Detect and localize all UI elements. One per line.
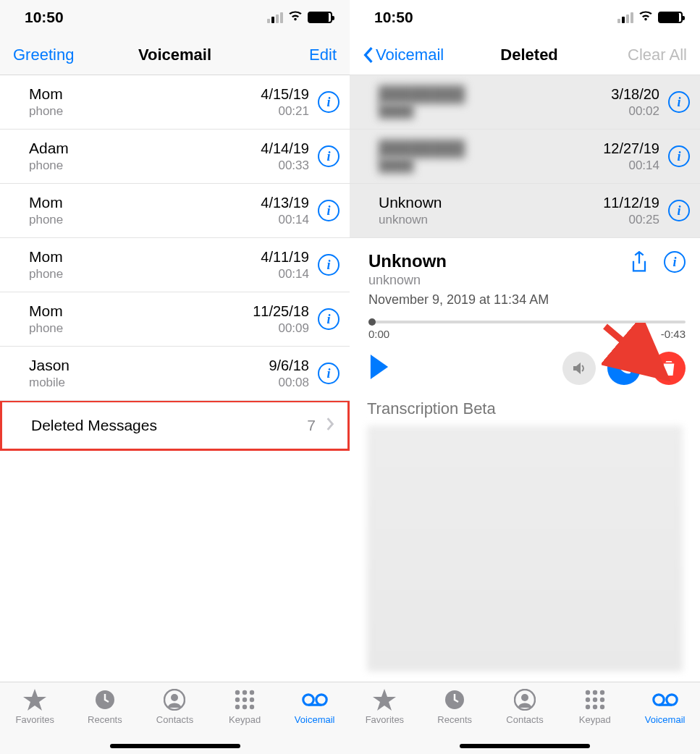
deleted-messages-row[interactable]: Deleted Messages 7	[0, 400, 350, 451]
delete-button[interactable]	[652, 352, 686, 385]
tab-label: Contacts	[506, 714, 543, 725]
battery-icon	[308, 12, 332, 23]
tab-label: Keypad	[579, 714, 611, 725]
clear-all-button[interactable]: Clear All	[615, 46, 687, 64]
svg-point-29	[666, 695, 676, 705]
nav-bar: Greeting Voicemail Edit	[0, 35, 350, 75]
playback-track[interactable]	[368, 321, 686, 323]
deleted-list: ████████ ████ 3/18/20 00:02 i ████████ █…	[350, 75, 700, 238]
info-button[interactable]: i	[318, 145, 340, 167]
player-caller-name: Unknown	[368, 251, 549, 271]
home-indicator[interactable]	[110, 744, 240, 748]
svg-point-28	[653, 695, 663, 705]
svg-point-7	[243, 698, 247, 702]
tab-voicemail[interactable]: Voicemail	[279, 688, 350, 754]
share-button[interactable]	[628, 251, 651, 274]
caller-label: phone	[29, 158, 261, 173]
voicemail-row[interactable]: Mom phone 4/11/19 00:14 i	[0, 238, 350, 292]
info-button[interactable]: i	[668, 91, 690, 113]
info-button[interactable]: i	[318, 363, 340, 384]
back-button[interactable]: Voicemail	[363, 46, 444, 64]
svg-point-4	[243, 690, 247, 695]
voicemail-row[interactable]: Adam phone 4/14/19 00:33 i	[0, 130, 350, 184]
svg-point-2	[171, 694, 178, 701]
voicemail-date: 3/18/20	[611, 86, 659, 103]
voicemail-row[interactable]: Mom phone 11/25/18 00:09 i	[0, 292, 350, 347]
person-icon	[512, 688, 538, 711]
play-button[interactable]	[368, 355, 390, 382]
playhead[interactable]	[368, 318, 376, 326]
voicemail-row[interactable]: ████████ ████ 3/18/20 00:02 i	[350, 75, 700, 130]
clock-icon	[92, 688, 118, 711]
info-button[interactable]: i	[318, 91, 340, 113]
svg-point-22	[586, 698, 590, 702]
tab-voicemail[interactable]: Voicemail	[630, 688, 700, 754]
deleted-messages-count: 7	[307, 417, 316, 434]
edit-button[interactable]: Edit	[264, 46, 337, 64]
voicemail-row[interactable]: Unknown unknown 11/12/19 00:25 i	[350, 184, 700, 238]
page-title: Voicemail	[138, 46, 211, 64]
svg-point-18	[521, 694, 528, 701]
home-indicator[interactable]	[460, 744, 590, 748]
voicemail-date: 4/14/19	[261, 140, 309, 157]
svg-point-6	[235, 698, 240, 702]
greeting-button[interactable]: Greeting	[13, 46, 85, 64]
tab-label: Favorites	[16, 714, 54, 725]
svg-point-11	[250, 705, 254, 709]
cellular-icon	[267, 12, 283, 23]
voicemail-row[interactable]: Mom phone 4/15/19 00:21 i	[0, 75, 350, 130]
voicemail-list: Mom phone 4/15/19 00:21 i Adam phone 4/1…	[0, 75, 350, 401]
back-label: Voicemail	[376, 46, 444, 64]
caller-label: phone	[29, 213, 261, 227]
speaker-button[interactable]	[562, 352, 596, 385]
svg-point-21	[600, 690, 604, 695]
caller-name: Mom	[29, 85, 261, 103]
voicemail-row[interactable]: Jason mobile 9/6/18 00:08 i	[0, 347, 350, 401]
svg-point-10	[243, 705, 247, 709]
tab-bar: Favorites Recents Contacts Keypad Voicem…	[0, 682, 350, 754]
player-timestamp: November 9, 2019 at 11:34 AM	[368, 292, 549, 308]
status-bar: 10:50	[0, 0, 350, 35]
info-button[interactable]: i	[318, 308, 340, 330]
deleted-messages-label: Deleted Messages	[31, 417, 157, 434]
svg-point-26	[593, 705, 597, 709]
voicemail-row[interactable]: ████████ ████ 12/27/19 00:14 i	[350, 130, 700, 184]
info-button[interactable]: i	[318, 200, 340, 221]
caller-label: unknown	[379, 213, 603, 227]
caller-name: Mom	[29, 302, 253, 320]
svg-point-8	[250, 698, 254, 702]
status-icons	[267, 9, 332, 26]
wifi-icon	[287, 9, 303, 26]
voicemail-player: Unknown unknown November 9, 2019 at 11:3…	[350, 238, 700, 389]
call-back-button[interactable]	[607, 352, 641, 385]
voicemail-date: 12/27/19	[603, 140, 659, 157]
chevron-left-icon	[363, 47, 374, 63]
voicemail-duration: 00:14	[261, 213, 309, 227]
svg-point-3	[235, 690, 240, 695]
svg-point-5	[250, 690, 254, 695]
svg-point-23	[593, 698, 597, 702]
playback-elapsed: 0:00	[368, 328, 389, 340]
info-button[interactable]: i	[664, 251, 686, 273]
wifi-icon	[638, 9, 654, 26]
svg-point-27	[600, 705, 604, 709]
playback-remaining: -0:43	[661, 328, 686, 340]
caller-label: phone	[29, 267, 261, 281]
tab-favorites[interactable]: Favorites	[350, 688, 420, 754]
page-title: Deleted	[500, 46, 557, 64]
cellular-icon	[617, 12, 633, 23]
voicemail-row[interactable]: Mom phone 4/13/19 00:14 i	[0, 184, 350, 238]
tab-favorites[interactable]: Favorites	[0, 688, 70, 754]
info-button[interactable]: i	[318, 254, 340, 276]
svg-point-13	[316, 695, 326, 705]
info-button[interactable]: i	[668, 145, 690, 167]
transcription-section: Transcription Beta	[350, 389, 700, 682]
voicemail-duration: 00:02	[611, 104, 659, 119]
caller-name: Mom	[29, 194, 261, 211]
voicemail-date: 4/13/19	[261, 195, 309, 211]
caller-label: ████	[379, 104, 611, 119]
tab-label: Recents	[88, 714, 122, 725]
tab-label: Recents	[437, 714, 472, 725]
info-button[interactable]: i	[668, 200, 690, 221]
status-time: 10:50	[374, 9, 413, 26]
